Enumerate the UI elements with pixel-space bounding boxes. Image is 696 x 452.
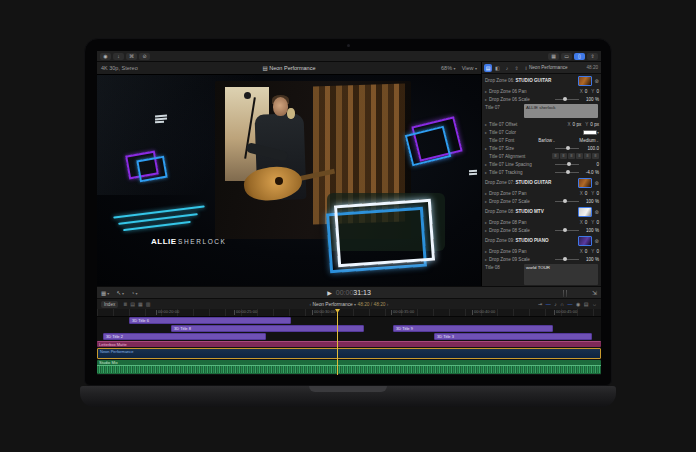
slider-track[interactable]: [555, 172, 579, 173]
prev-project-icon[interactable]: ‹: [310, 302, 312, 307]
inspector-row-slider: ▸Drop Zone 09 Scale100 %: [482, 255, 601, 263]
timeline-track-row: 3D Title 23D Title 3: [97, 333, 601, 340]
dropzone-thumbnail[interactable]: [578, 236, 592, 246]
browser-toggle-icon[interactable]: ▦: [548, 53, 559, 60]
slider-value-field[interactable]: 100.0: [583, 146, 599, 151]
slider-track[interactable]: [555, 164, 579, 165]
timeline-track-row: 3D Title 6: [97, 317, 601, 324]
title-text-field[interactable]: ALLIE sherlock: [524, 104, 598, 118]
toolbar-right-group: ▦▭▯⇧: [548, 53, 598, 60]
slider-value-field[interactable]: 100 %: [583, 97, 599, 102]
slider-thumb[interactable]: [566, 146, 570, 150]
x-value-field[interactable]: 0: [585, 89, 588, 94]
microphone: [244, 92, 251, 99]
y-value-field[interactable]: 0: [596, 191, 599, 196]
justify-right-icon[interactable]: ≡: [592, 153, 599, 159]
video-canvas[interactable]: ALLIE SHERLOCK: [97, 75, 481, 286]
clear-dropzone-icon[interactable]: ⊗: [594, 238, 599, 244]
lower-third-title: ALLIE SHERLOCK: [151, 237, 227, 246]
audio-meters[interactable]: [563, 290, 568, 297]
x-value-field[interactable]: 0: [585, 220, 588, 225]
align-left-icon[interactable]: ≡: [552, 153, 559, 159]
param-label: Title 07 Alignment: [489, 154, 525, 159]
slider-value-field[interactable]: 100 %: [583, 257, 599, 262]
media-import-icon[interactable]: ◉: [100, 53, 111, 60]
color-swatch[interactable]: [583, 130, 597, 135]
viewer-pane: 4K 30p, Stereo ▤ Neon Performance 68% ▾ …: [97, 62, 481, 286]
x-value-field[interactable]: 0: [585, 191, 588, 196]
video-inspector-icon[interactable]: ▤: [484, 64, 492, 72]
timeline-ruler[interactable]: 00:00:20:0000:00:25:0000:00:30:0000:00:3…: [97, 309, 601, 317]
slider-thumb[interactable]: [563, 199, 567, 203]
audio-inspector-icon[interactable]: ♪: [503, 64, 511, 72]
align-right-icon[interactable]: ≡: [568, 153, 575, 159]
ruler-tick: 00:00:25:00: [236, 309, 257, 314]
x-value-field[interactable]: 0: [585, 249, 588, 254]
slider-thumb[interactable]: [567, 162, 571, 166]
clip-title[interactable]: 3D Title 8: [171, 325, 364, 332]
clip-title[interactable]: 3D Title 9: [393, 325, 553, 332]
zoom-menu[interactable]: 68% ▾: [441, 62, 456, 75]
inspector-row-font: Title 07 FontBarlow⌄Medium⌄: [482, 136, 601, 144]
clip-audio[interactable]: Studio Mix: [97, 360, 601, 374]
background-tasks-icon[interactable]: ⊘: [139, 53, 150, 60]
menu-lines-icon: [469, 170, 477, 172]
inspector-row-slider: ▸Drop Zone 06 Scale100 %: [482, 95, 601, 103]
slider-track[interactable]: [555, 99, 579, 100]
y-value-field[interactable]: 0: [596, 249, 599, 254]
inspector-toggle-icon[interactable]: ▯: [574, 53, 585, 60]
share-icon[interactable]: ⇧: [587, 53, 598, 60]
axis-label: X: [567, 122, 570, 127]
slider-track[interactable]: [555, 148, 579, 149]
slider-track[interactable]: [555, 230, 579, 231]
slider-thumb[interactable]: [563, 228, 567, 232]
clip-title[interactable]: 3D Title 2: [103, 333, 266, 340]
y-value-field[interactable]: 0: [596, 220, 599, 225]
axis-label: Y: [591, 220, 594, 225]
timeline-area: 00:00:20:0000:00:25:0000:00:30:0000:00:3…: [97, 309, 601, 375]
slider-value-field[interactable]: 0: [583, 162, 599, 167]
ruler-tick: 00:00:40:00: [474, 309, 495, 314]
clip-title[interactable]: 3D Title 6: [129, 317, 291, 324]
slider-thumb[interactable]: [563, 97, 567, 101]
font-family-menu[interactable]: Barlow: [538, 138, 552, 143]
slider-value-field[interactable]: -4.0 %: [583, 170, 599, 175]
font-weight-menu[interactable]: Medium: [579, 138, 595, 143]
clear-dropzone-icon[interactable]: ⊗: [594, 209, 599, 215]
slider-value-field[interactable]: 100 %: [583, 199, 599, 204]
slider-thumb[interactable]: [563, 257, 567, 261]
clear-dropzone-icon[interactable]: ⊗: [594, 78, 599, 84]
share-inspector-icon[interactable]: ⇧: [513, 64, 521, 72]
next-project-icon[interactable]: ›: [387, 302, 389, 307]
play-button[interactable]: ▶: [327, 290, 332, 296]
view-menu[interactable]: View ▾: [462, 62, 477, 75]
x-value-field[interactable]: 0 px: [573, 122, 582, 127]
justify-center-icon[interactable]: ≡: [584, 153, 591, 159]
y-value-field[interactable]: 0 px: [590, 122, 599, 127]
playhead[interactable]: [337, 309, 338, 375]
color-inspector-icon[interactable]: ◧: [494, 64, 502, 72]
dropzone-thumbnail[interactable]: [578, 207, 592, 217]
clip-matte[interactable]: Letterbox Matte: [97, 341, 601, 347]
dropzone-thumbnail[interactable]: [578, 76, 592, 86]
justify-left-icon[interactable]: ≡: [576, 153, 583, 159]
timeline-track-row: 3D Title 83D Title 9: [97, 325, 601, 332]
align-center-icon[interactable]: ≡: [560, 153, 567, 159]
clear-dropzone-icon[interactable]: ⊗: [594, 180, 599, 186]
inspector-row-align: Title 07 Alignment≡≡≡≡≡≡: [482, 152, 601, 160]
timeline-toggle-icon[interactable]: ▭: [561, 53, 572, 60]
inspector-row-textbox: Title 08world TOUR: [482, 263, 601, 286]
dropzone-thumbnail[interactable]: [578, 178, 592, 188]
title-text-field[interactable]: world TOUR: [524, 264, 598, 285]
keyword-editor-icon[interactable]: ⌘: [126, 53, 137, 60]
slider-thumb[interactable]: [566, 170, 570, 174]
slider-track[interactable]: [555, 259, 579, 260]
slider-value-field[interactable]: 100 %: [583, 228, 599, 233]
clip-video[interactable]: Neon Performance: [97, 348, 601, 359]
slider-track[interactable]: [555, 201, 579, 202]
download-icon[interactable]: ↓: [113, 53, 124, 60]
param-label: Drop Zone 07:: [485, 180, 514, 185]
content-row: 4K 30p, Stereo ▤ Neon Performance 68% ▾ …: [97, 62, 601, 286]
clip-title[interactable]: 3D Title 3: [434, 333, 592, 340]
y-value-field[interactable]: 0: [596, 89, 599, 94]
